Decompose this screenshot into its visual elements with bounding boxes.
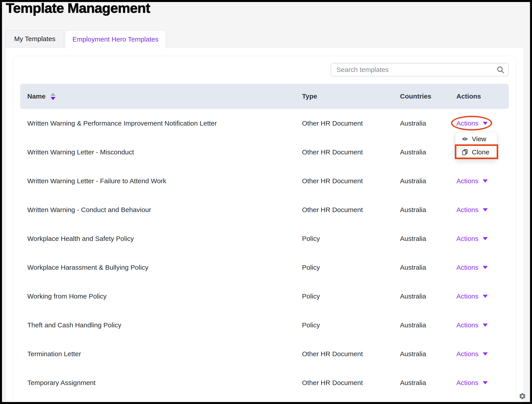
template-countries-cell: Australia bbox=[400, 177, 426, 185]
template-type-cell: Policy bbox=[302, 264, 320, 271]
chevron-down-icon bbox=[483, 323, 488, 327]
chevron-down-icon bbox=[483, 237, 488, 240]
template-countries-cell: Australia bbox=[400, 235, 426, 242]
actions-button-label: Actions bbox=[456, 235, 478, 242]
menu-item-clone-label: Clone bbox=[472, 148, 489, 156]
template-type-cell: Policy bbox=[302, 292, 320, 300]
template-name-cell: Working from Home Policy bbox=[27, 292, 107, 300]
actions-button-label: Actions bbox=[456, 206, 478, 214]
template-type-cell: Other HR Document bbox=[302, 120, 363, 127]
chevron-down-icon bbox=[483, 122, 488, 125]
actions-dropdown-button[interactable]: Actions bbox=[456, 321, 488, 329]
table-row: Written Warning & Performance Improvemen… bbox=[20, 109, 509, 138]
template-name-cell: Temporary Assignment bbox=[27, 379, 96, 387]
chevron-down-icon bbox=[483, 295, 488, 298]
template-countries-cell: Australia bbox=[400, 379, 426, 387]
table-body: Written Warning & Performance Improvemen… bbox=[20, 109, 509, 397]
actions-dropdown-button[interactable]: Actions bbox=[456, 350, 488, 358]
actions-dropdown-button[interactable]: Actions bbox=[456, 379, 488, 387]
table-row: Theft and Cash Handling Policy Policy Au… bbox=[20, 311, 509, 339]
template-name-cell: Theft and Cash Handling Policy bbox=[27, 321, 121, 329]
tab-employment-hero-templates-label: Employment Hero Templates bbox=[72, 36, 159, 43]
actions-button-label: Actions bbox=[456, 177, 478, 185]
tab-my-templates[interactable]: My Templates bbox=[6, 30, 64, 48]
template-name-cell: Written Warning & Performance Improvemen… bbox=[27, 120, 217, 127]
template-type-cell: Policy bbox=[302, 235, 320, 242]
actions-dropdown-button[interactable]: Actions bbox=[456, 235, 488, 242]
column-header-name-label: Name bbox=[27, 93, 46, 100]
template-name-cell: Workplace Harassment & Bullying Policy bbox=[27, 264, 148, 271]
column-header-type: Type bbox=[302, 93, 317, 100]
sort-up-down-icon[interactable] bbox=[51, 93, 55, 100]
template-countries-cell: Australia bbox=[400, 321, 426, 329]
actions-dropdown-menu: View Clone bbox=[455, 132, 497, 159]
actions-button-label: Actions bbox=[456, 292, 478, 300]
template-countries-cell: Australia bbox=[400, 350, 426, 358]
actions-button-label: Actions bbox=[456, 350, 478, 358]
actions-button-label: Actions bbox=[456, 321, 478, 329]
column-header-name: Name bbox=[27, 93, 55, 100]
table-row: Temporary Assignment Other HR Document A… bbox=[20, 368, 509, 397]
template-type-cell: Other HR Document bbox=[302, 148, 363, 156]
gear-icon[interactable] bbox=[519, 392, 526, 400]
template-name-cell: Termination Letter bbox=[27, 350, 81, 358]
actions-button-label: Actions bbox=[456, 379, 478, 387]
template-countries-cell: Australia bbox=[400, 292, 426, 300]
table-row: Workplace Harassment & Bullying Policy P… bbox=[20, 253, 509, 282]
template-type-cell: Policy bbox=[302, 321, 320, 329]
actions-dropdown-button[interactable]: Actions bbox=[456, 120, 488, 127]
actions-dropdown-button[interactable]: Actions bbox=[456, 177, 488, 185]
table-row: Written Warning Letter - Failure to Atte… bbox=[20, 166, 509, 195]
column-header-actions: Actions bbox=[456, 93, 481, 100]
column-header-countries: Countries bbox=[400, 93, 431, 100]
chevron-down-icon bbox=[483, 352, 488, 355]
tab-employment-hero-templates[interactable]: Employment Hero Templates bbox=[65, 30, 166, 48]
actions-button-label: Actions bbox=[456, 120, 478, 127]
template-name-cell: Written Warning Letter - Failure to Atte… bbox=[27, 177, 166, 185]
chevron-down-icon bbox=[483, 381, 488, 384]
chevron-down-icon bbox=[483, 266, 488, 269]
menu-item-clone[interactable]: Clone bbox=[455, 145, 497, 159]
page-title: Template Management bbox=[6, 0, 150, 16]
chevron-down-icon bbox=[483, 208, 488, 211]
table-row: Termination Letter Other HR Document Aus… bbox=[20, 339, 509, 368]
template-countries-cell: Australia bbox=[400, 120, 426, 127]
template-type-cell: Other HR Document bbox=[302, 206, 363, 214]
search-icon bbox=[496, 65, 505, 74]
template-countries-cell: Australia bbox=[400, 264, 426, 271]
actions-dropdown-button[interactable]: Actions bbox=[456, 292, 488, 300]
eye-icon bbox=[462, 137, 468, 141]
template-type-cell: Other HR Document bbox=[302, 350, 363, 358]
search-templates-box bbox=[331, 63, 509, 76]
chevron-down-icon bbox=[483, 179, 488, 183]
search-input[interactable] bbox=[331, 66, 496, 74]
template-countries-cell: Australia bbox=[400, 206, 426, 214]
template-type-cell: Other HR Document bbox=[302, 379, 363, 387]
template-countries-cell: Australia bbox=[400, 148, 426, 156]
sort-ascending-icon bbox=[51, 93, 55, 96]
template-type-cell: Other HR Document bbox=[302, 177, 363, 185]
template-name-cell: Written Warning - Conduct and Behaviour bbox=[27, 206, 151, 214]
actions-button-label: Actions bbox=[456, 264, 478, 271]
clone-icon bbox=[462, 149, 468, 155]
template-name-cell: Workplace Health and Safety Policy bbox=[27, 235, 134, 242]
menu-item-view[interactable]: View bbox=[455, 132, 497, 145]
tab-my-templates-label: My Templates bbox=[14, 35, 55, 43]
menu-item-view-label: View bbox=[472, 135, 486, 143]
sort-descending-icon bbox=[51, 97, 55, 100]
table-header: Name Type Countries Actions bbox=[20, 84, 509, 109]
table-row: Written Warning - Conduct and Behaviour … bbox=[20, 195, 509, 224]
template-name-cell: Written Warning Letter - Misconduct bbox=[27, 148, 134, 156]
table-row: Written Warning Letter - Misconduct Othe… bbox=[20, 138, 509, 166]
table-row: Working from Home Policy Policy Australi… bbox=[20, 282, 509, 311]
actions-dropdown-button[interactable]: Actions bbox=[456, 206, 488, 214]
actions-dropdown-button[interactable]: Actions bbox=[456, 264, 488, 271]
table-row: Workplace Health and Safety Policy Polic… bbox=[20, 224, 509, 253]
